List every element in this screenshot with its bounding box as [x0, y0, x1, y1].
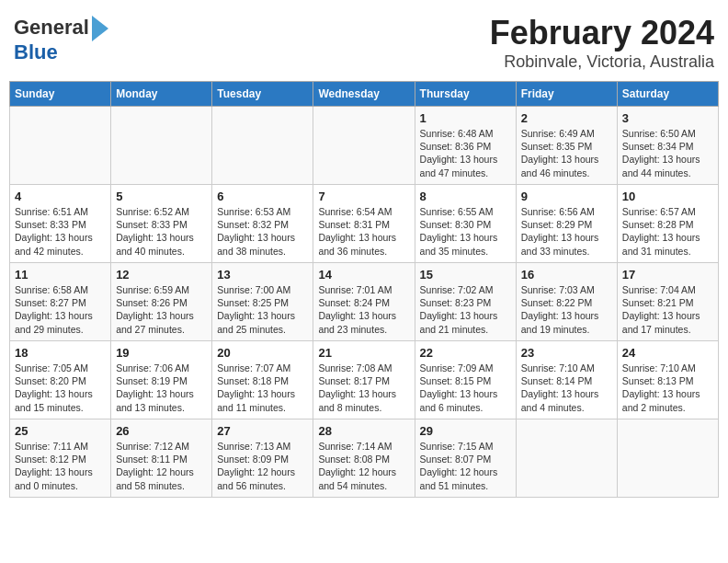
- day-number: 29: [420, 424, 511, 438]
- day-info: Sunrise: 7:08 AM Sunset: 8:17 PM Dayligh…: [318, 362, 409, 414]
- day-info: Sunrise: 7:03 AM Sunset: 8:22 PM Dayligh…: [521, 283, 612, 336]
- calendar-cell: [313, 107, 415, 185]
- day-info: Sunrise: 6:54 AM Sunset: 8:31 PM Dayligh…: [318, 205, 409, 258]
- day-info: Sunrise: 6:49 AM Sunset: 8:35 PM Dayligh…: [521, 127, 612, 179]
- day-info: Sunrise: 6:50 AM Sunset: 8:34 PM Dayligh…: [622, 127, 713, 179]
- day-number: 24: [622, 346, 713, 360]
- day-number: 2: [521, 111, 612, 125]
- day-number: 28: [318, 424, 409, 438]
- calendar-cell: 8Sunrise: 6:55 AM Sunset: 8:30 PM Daylig…: [415, 185, 516, 263]
- day-number: 26: [116, 424, 207, 438]
- day-info: Sunrise: 6:56 AM Sunset: 8:29 PM Dayligh…: [521, 205, 612, 258]
- day-number: 19: [116, 346, 207, 360]
- calendar-cell: 27Sunrise: 7:13 AM Sunset: 8:09 PM Dayli…: [212, 419, 313, 498]
- calendar-cell: 22Sunrise: 7:09 AM Sunset: 8:15 PM Dayli…: [415, 341, 516, 419]
- calendar-cell: 26Sunrise: 7:12 AM Sunset: 8:11 PM Dayli…: [111, 419, 212, 498]
- calendar-cell: 12Sunrise: 6:59 AM Sunset: 8:26 PM Dayli…: [111, 263, 212, 341]
- day-number: 10: [622, 190, 713, 203]
- day-number: 5: [116, 190, 207, 203]
- day-number: 23: [521, 346, 612, 360]
- weekday-header-row: SundayMondayTuesdayWednesdayThursdayFrid…: [10, 82, 719, 107]
- calendar-cell: 19Sunrise: 7:06 AM Sunset: 8:19 PM Dayli…: [111, 341, 212, 419]
- day-info: Sunrise: 6:53 AM Sunset: 8:32 PM Dayligh…: [217, 205, 308, 258]
- day-info: Sunrise: 6:48 AM Sunset: 8:36 PM Dayligh…: [420, 127, 511, 179]
- week-row-5: 25Sunrise: 7:11 AM Sunset: 8:12 PM Dayli…: [10, 419, 719, 498]
- header-tuesday: Tuesday: [212, 82, 313, 107]
- calendar-cell: 11Sunrise: 6:58 AM Sunset: 8:27 PM Dayli…: [10, 263, 111, 341]
- day-info: Sunrise: 6:57 AM Sunset: 8:28 PM Dayligh…: [622, 205, 713, 258]
- calendar-cell: 1Sunrise: 6:48 AM Sunset: 8:36 PM Daylig…: [415, 107, 516, 185]
- calendar-table: SundayMondayTuesdayWednesdayThursdayFrid…: [9, 81, 719, 498]
- day-number: 21: [318, 346, 409, 360]
- calendar-cell: 16Sunrise: 7:03 AM Sunset: 8:22 PM Dayli…: [516, 263, 617, 341]
- logo-blue: Blue: [14, 40, 58, 63]
- day-info: Sunrise: 7:05 AM Sunset: 8:20 PM Dayligh…: [15, 362, 106, 414]
- calendar-cell: 17Sunrise: 7:04 AM Sunset: 8:21 PM Dayli…: [617, 263, 718, 341]
- day-number: 9: [521, 190, 612, 203]
- day-info: Sunrise: 6:51 AM Sunset: 8:33 PM Dayligh…: [15, 205, 106, 258]
- calendar-cell: [212, 107, 313, 185]
- page-header: General Blue February 2024 Robinvale, Vi…: [9, 9, 719, 72]
- day-info: Sunrise: 7:09 AM Sunset: 8:15 PM Dayligh…: [420, 362, 511, 414]
- header-sunday: Sunday: [10, 82, 111, 107]
- calendar-cell: 4Sunrise: 6:51 AM Sunset: 8:33 PM Daylig…: [10, 185, 111, 263]
- calendar-cell: 14Sunrise: 7:01 AM Sunset: 8:24 PM Dayli…: [313, 263, 415, 341]
- logo-general: General: [14, 17, 89, 39]
- day-number: 12: [116, 268, 207, 282]
- calendar-cell: 25Sunrise: 7:11 AM Sunset: 8:12 PM Dayli…: [10, 419, 111, 498]
- calendar-cell: 23Sunrise: 7:10 AM Sunset: 8:14 PM Dayli…: [516, 341, 617, 419]
- calendar-cell: 20Sunrise: 7:07 AM Sunset: 8:18 PM Dayli…: [212, 341, 313, 419]
- day-number: 15: [420, 268, 511, 282]
- day-number: 6: [217, 190, 308, 203]
- day-info: Sunrise: 7:14 AM Sunset: 8:08 PM Dayligh…: [318, 440, 409, 492]
- week-row-3: 11Sunrise: 6:58 AM Sunset: 8:27 PM Dayli…: [10, 263, 719, 341]
- header-wednesday: Wednesday: [313, 82, 415, 107]
- day-info: Sunrise: 7:02 AM Sunset: 8:23 PM Dayligh…: [420, 283, 511, 336]
- calendar-cell: 10Sunrise: 6:57 AM Sunset: 8:28 PM Dayli…: [617, 185, 718, 263]
- day-info: Sunrise: 7:11 AM Sunset: 8:12 PM Dayligh…: [15, 440, 106, 492]
- calendar-title: February 2024: [490, 14, 714, 52]
- week-row-4: 18Sunrise: 7:05 AM Sunset: 8:20 PM Dayli…: [10, 341, 719, 419]
- calendar-cell: 7Sunrise: 6:54 AM Sunset: 8:31 PM Daylig…: [313, 185, 415, 263]
- header-thursday: Thursday: [415, 82, 516, 107]
- day-info: Sunrise: 6:55 AM Sunset: 8:30 PM Dayligh…: [420, 205, 511, 258]
- day-info: Sunrise: 7:04 AM Sunset: 8:21 PM Dayligh…: [622, 283, 713, 336]
- week-row-2: 4Sunrise: 6:51 AM Sunset: 8:33 PM Daylig…: [10, 185, 719, 263]
- calendar-cell: 5Sunrise: 6:52 AM Sunset: 8:33 PM Daylig…: [111, 185, 212, 263]
- day-number: 3: [622, 111, 713, 125]
- calendar-cell: 3Sunrise: 6:50 AM Sunset: 8:34 PM Daylig…: [617, 107, 718, 185]
- day-number: 22: [420, 346, 511, 360]
- day-info: Sunrise: 7:10 AM Sunset: 8:13 PM Dayligh…: [622, 362, 713, 414]
- day-info: Sunrise: 6:59 AM Sunset: 8:26 PM Dayligh…: [116, 283, 207, 336]
- day-info: Sunrise: 7:01 AM Sunset: 8:24 PM Dayligh…: [318, 283, 409, 336]
- calendar-subtitle: Robinvale, Victoria, Australia: [490, 52, 714, 72]
- logo: General Blue: [14, 14, 108, 63]
- day-number: 18: [15, 346, 106, 360]
- day-number: 20: [217, 346, 308, 360]
- calendar-cell: 6Sunrise: 6:53 AM Sunset: 8:32 PM Daylig…: [212, 185, 313, 263]
- day-info: Sunrise: 7:10 AM Sunset: 8:14 PM Dayligh…: [521, 362, 612, 414]
- day-info: Sunrise: 7:00 AM Sunset: 8:25 PM Dayligh…: [217, 283, 308, 336]
- calendar-cell: 18Sunrise: 7:05 AM Sunset: 8:20 PM Dayli…: [10, 341, 111, 419]
- day-number: 7: [318, 190, 409, 203]
- header-friday: Friday: [516, 82, 617, 107]
- day-info: Sunrise: 7:07 AM Sunset: 8:18 PM Dayligh…: [217, 362, 308, 414]
- header-saturday: Saturday: [617, 82, 718, 107]
- header-monday: Monday: [111, 82, 212, 107]
- calendar-cell: 13Sunrise: 7:00 AM Sunset: 8:25 PM Dayli…: [212, 263, 313, 341]
- calendar-cell: 2Sunrise: 6:49 AM Sunset: 8:35 PM Daylig…: [516, 107, 617, 185]
- day-number: 14: [318, 268, 409, 282]
- day-info: Sunrise: 7:12 AM Sunset: 8:11 PM Dayligh…: [116, 440, 207, 492]
- calendar-cell: 9Sunrise: 6:56 AM Sunset: 8:29 PM Daylig…: [516, 185, 617, 263]
- day-number: 13: [217, 268, 308, 282]
- title-section: February 2024 Robinvale, Victoria, Austr…: [490, 14, 714, 72]
- calendar-cell: 28Sunrise: 7:14 AM Sunset: 8:08 PM Dayli…: [313, 419, 415, 498]
- calendar-cell: [111, 107, 212, 185]
- calendar-cell: 29Sunrise: 7:15 AM Sunset: 8:07 PM Dayli…: [415, 419, 516, 498]
- day-number: 4: [15, 190, 106, 203]
- day-number: 1: [420, 111, 511, 125]
- calendar-cell: [617, 419, 718, 498]
- day-info: Sunrise: 7:06 AM Sunset: 8:19 PM Dayligh…: [116, 362, 207, 414]
- day-number: 11: [15, 268, 106, 282]
- day-number: 16: [521, 268, 612, 282]
